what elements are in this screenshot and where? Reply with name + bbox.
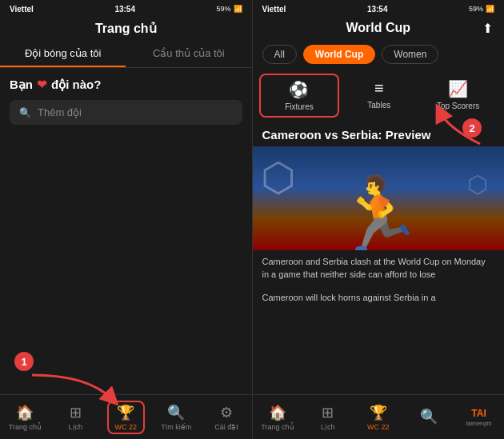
nav-brand-label-right: taimienphi [466,421,492,426]
question-text2: đội nào? [51,78,101,92]
arrow-1 [24,367,128,415]
nav-search-label-left: Tìm kiếm [161,423,191,431]
nav-home-label-right: Trang chủ [261,423,294,431]
battery-left: 59% 📶 [216,5,242,13]
nav-wc22-label-right: WC 22 [367,423,390,431]
filter-worldcup[interactable]: World Cup [303,45,375,64]
right-phone: Viettel 13:54 59% 📶 World Cup ⬆ All Worl… [253,0,505,439]
arrow-2 [432,104,496,152]
search-icon-nav-right: 🔍 [420,408,438,425]
nav-search-left[interactable]: 🔍 Tìm kiếm [151,395,202,439]
search-icon-nav-left: 🔍 [167,404,185,421]
nav-wc22-right[interactable]: 🏆 WC 22 [353,395,403,439]
status-bar-left: Viettel 13:54 59% 📶 [0,0,252,18]
schedule-icon-right: ⊞ [322,404,334,421]
fixtures-icon: ⚽ [289,80,309,99]
nav-schedule-right[interactable]: ⊞ Lịch [302,395,353,439]
carrier-left: Viettel [10,5,34,14]
right-bottom-nav: 🏠 Trang chủ ⊞ Lịch 🏆 WC 22 🔍 TAI taimien… [253,394,505,439]
brand-icon-right: TAI [471,408,486,419]
news-image: 🏃 ⬡ ⬡ [253,146,505,250]
tables-icon: ≡ [374,79,384,98]
share-icon[interactable]: ⬆ [482,21,493,36]
time-left: 13:54 [114,5,135,14]
question-text: Bạn [10,78,33,92]
heart-icon: ❤ [37,78,47,92]
fixtures-label: Fixtures [285,102,314,111]
nav-home-label-left: Trang chủ [9,423,42,431]
news-extra: Cameroon will lock horns against Serbia … [253,286,505,309]
tables-label: Tables [367,101,390,110]
nav-home-right[interactable]: 🏠 Trang chủ [253,395,303,439]
nav-search-right[interactable]: 🔍 [403,395,454,439]
time-right: 13:54 [367,5,388,14]
settings-icon-left: ⚙ [220,404,233,421]
left-header-title: Trang chủ [95,22,157,35]
category-tables[interactable]: ≡ Tables [339,74,418,118]
home-icon-right: 🏠 [269,404,286,421]
team-question: Bạn ❤ đội nào? [10,78,242,92]
status-bar-right: Viettel 13:54 59% 📶 [253,0,505,18]
topscorers-icon: 📈 [448,79,468,98]
news-description: Cameroon and Serbia clash at the World C… [253,250,505,286]
bg-pattern2: ⬡ [467,170,488,198]
right-header-title: World Cup [346,21,410,35]
filter-row: All World Cup Women [253,40,505,69]
bg-pattern: ⬡ [261,154,296,201]
trophy-icon-right: 🏆 [370,404,387,421]
carrier-right: Viettel [262,5,286,14]
left-header: Trang chủ [0,18,252,41]
nav-settings-left[interactable]: ⚙ Cài đặt [202,395,252,439]
nav-brand-right[interactable]: TAI taimienphi [454,395,504,439]
nav-settings-label-left: Cài đặt [214,423,238,431]
tab-my-players[interactable]: Cầu thủ của tôi [126,41,251,67]
left-tabs: Đội bóng của tôi Cầu thủ của tôi [0,41,252,68]
nav-wc22-label-left: WC 22 [115,423,138,431]
battery-right: 59% 📶 [469,5,494,13]
nav-schedule-label-right: Lịch [321,423,335,431]
search-icon: 🔍 [19,107,31,118]
player-figure: 🏃 [334,178,423,250]
filter-women[interactable]: Women [382,45,438,64]
left-content: Bạn ❤ đội nào? 🔍 Thêm đội [0,68,252,394]
filter-all[interactable]: All [262,45,297,64]
category-fixtures[interactable]: ⚽ Fixtures [259,74,340,118]
search-team-box[interactable]: 🔍 Thêm đội [10,100,242,125]
tab-my-team[interactable]: Đội bóng của tôi [0,41,126,67]
left-phone: Viettel 13:54 59% 📶 Trang chủ Đội bóng c… [0,0,252,439]
search-team-placeholder: Thêm đội [38,106,82,118]
right-header: World Cup ⬆ [253,18,505,40]
nav-schedule-label-left: Lịch [69,423,83,431]
